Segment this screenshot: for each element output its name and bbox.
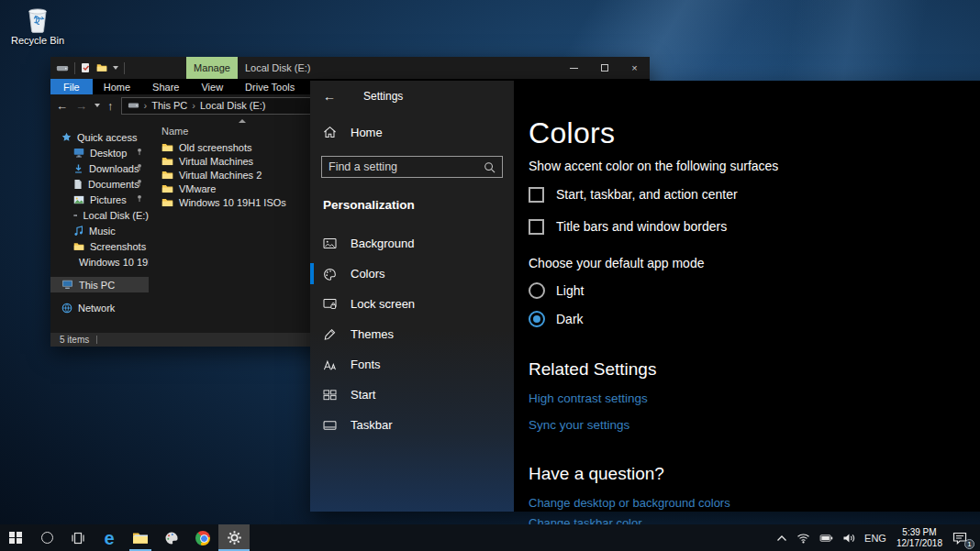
pin-icon: [136, 194, 143, 203]
tray-time: 5:39 PM: [896, 527, 942, 538]
taskbar-icon: [323, 420, 337, 431]
file-explorer-taskbar-button[interactable]: [125, 524, 156, 551]
task-view-button[interactable]: [62, 524, 94, 551]
link-sync-your-settings[interactable]: Sync your settings: [529, 418, 971, 432]
nav-item-taskbar[interactable]: Taskbar: [310, 410, 514, 440]
qat-customize-chevron-icon[interactable]: [113, 66, 118, 70]
explorer-titlebar[interactable]: Manage Local Disk (E:) ×: [50, 57, 650, 79]
tray-clock[interactable]: 5:39 PM 12/17/2018: [891, 527, 948, 548]
ribbon-tab-share[interactable]: Share: [141, 79, 190, 94]
nav-item-colors[interactable]: Colors: [310, 259, 514, 289]
settings-home-button[interactable]: Home: [310, 119, 514, 145]
sidebar-item-windows-10-19h1[interactable]: Windows 10 19H1 ISOs: [50, 254, 149, 270]
settings-back-button[interactable]: ←: [323, 89, 336, 104]
close-button[interactable]: ×: [619, 57, 650, 79]
ribbon-tab-home[interactable]: Home: [93, 79, 141, 94]
tray-show-hidden-icons-button[interactable]: [772, 524, 792, 551]
related-settings-heading: Related Settings: [529, 359, 971, 380]
new-folder-icon[interactable]: [96, 63, 107, 72]
document-icon: [73, 179, 83, 190]
start-tiles-icon: [323, 389, 337, 401]
music-note-icon: [73, 226, 84, 237]
cortana-icon: [41, 532, 53, 544]
cortana-button[interactable]: [31, 524, 62, 551]
link-high-contrast-settings[interactable]: High contrast settings: [529, 391, 971, 405]
folder-icon: [161, 184, 173, 193]
nav-item-lock-screen[interactable]: Lock screen: [310, 289, 514, 319]
radio-selected-icon[interactable]: [529, 311, 545, 327]
back-button[interactable]: ←: [56, 100, 68, 112]
breadcrumb-this-pc[interactable]: This PC: [151, 100, 187, 111]
sidebar-item-downloads[interactable]: Downloads: [50, 160, 149, 176]
sidebar-item-local-disk-e[interactable]: Local Disk (E:): [50, 207, 149, 223]
sidebar-item-documents[interactable]: Documents: [50, 176, 149, 192]
search-icon[interactable]: [484, 161, 496, 173]
settings-search-box[interactable]: [321, 156, 503, 178]
sidebar-item-this-pc[interactable]: This PC: [50, 277, 149, 292]
sidebar-item-music[interactable]: Music: [50, 223, 149, 238]
settings-taskbar-button[interactable]: [218, 524, 250, 551]
recent-locations-chevron-icon[interactable]: [95, 104, 100, 107]
folder-icon: [161, 157, 173, 166]
ribbon-tab-view[interactable]: View: [190, 79, 234, 94]
explorer-window-controls: ×: [559, 57, 650, 79]
manage-contextual-tab[interactable]: Manage: [186, 57, 238, 79]
nav-item-start[interactable]: Start: [310, 380, 514, 410]
sidebar-item-screenshots[interactable]: Screenshots: [50, 238, 149, 254]
pin-icon: [136, 163, 143, 171]
nav-item-themes[interactable]: Themes: [310, 319, 514, 349]
checkbox-icon[interactable]: [529, 219, 544, 235]
nav-item-fonts[interactable]: Fonts: [310, 349, 514, 380]
breadcrumb-local-disk[interactable]: Local Disk (E:): [200, 100, 266, 111]
folder-icon: [73, 242, 84, 251]
app-mode-label: Choose your default app mode: [529, 256, 971, 270]
start-button[interactable]: [0, 524, 31, 551]
properties-icon[interactable]: [81, 62, 91, 73]
notification-badge: 1: [964, 539, 974, 549]
up-button[interactable]: ↑: [107, 100, 114, 112]
have-a-question-heading: Have a question?: [529, 464, 971, 484]
minimize-button[interactable]: [559, 57, 589, 79]
nav-item-background[interactable]: Background: [310, 228, 514, 259]
link-change-desktop-or-background-colors[interactable]: Change desktop or background colors: [529, 496, 971, 510]
sidebar-item-network[interactable]: Network: [50, 300, 149, 315]
edge-taskbar-button[interactable]: e: [94, 524, 125, 551]
folder-icon: [161, 198, 173, 207]
sidebar-item-desktop[interactable]: Desktop: [50, 145, 149, 160]
radio-dark-mode[interactable]: Dark: [529, 310, 971, 327]
action-center-button[interactable]: 1: [948, 524, 976, 551]
edge-icon: e: [104, 529, 114, 547]
recycle-bin-icon: [26, 6, 50, 33]
maximize-button[interactable]: [589, 57, 619, 79]
star-icon: [61, 132, 72, 142]
tray-language-indicator[interactable]: ENG: [860, 524, 891, 551]
radio-icon[interactable]: [529, 282, 545, 299]
chrome-taskbar-button[interactable]: [187, 524, 218, 551]
sidebar-item-quick-access[interactable]: Quick access: [50, 129, 149, 145]
this-pc-icon: [61, 280, 73, 290]
forward-button[interactable]: →: [75, 100, 87, 112]
checkbox-start-taskbar-action-center[interactable]: Start, taskbar, and action center: [529, 186, 971, 203]
quick-access-toolbar: [50, 62, 125, 74]
recycle-bin-desktop-icon[interactable]: Recycle Bin: [6, 6, 70, 46]
tray-network-button[interactable]: [792, 524, 815, 551]
breadcrumb-separator: ›: [144, 100, 148, 111]
desktop: { "desktop": { "recycle_bin_label": "Rec…: [0, 0, 980, 551]
sidebar-item-pictures[interactable]: Pictures: [50, 192, 149, 207]
address-drive-icon: [128, 102, 139, 109]
tray-volume-button[interactable]: [838, 524, 860, 551]
radio-light-mode[interactable]: Light: [529, 281, 971, 299]
tray-date: 12/17/2018: [896, 538, 942, 549]
sort-ascending-icon[interactable]: [239, 119, 246, 123]
folder-icon: [161, 171, 173, 180]
ribbon-tab-drive-tools[interactable]: Drive Tools: [234, 79, 306, 94]
tray-battery-button[interactable]: [815, 524, 838, 551]
background-image-icon: [323, 237, 337, 249]
checkbox-title-bars-window-borders[interactable]: Title bars and window borders: [529, 218, 971, 235]
battery-icon: [819, 534, 833, 543]
search-input[interactable]: [329, 160, 484, 173]
checkbox-icon[interactable]: [529, 187, 544, 203]
settings-window: ← Settings Home Personalization Backgrou…: [310, 81, 980, 512]
ribbon-tab-file[interactable]: File: [50, 79, 93, 94]
paint-3d-taskbar-button[interactable]: [156, 524, 187, 551]
